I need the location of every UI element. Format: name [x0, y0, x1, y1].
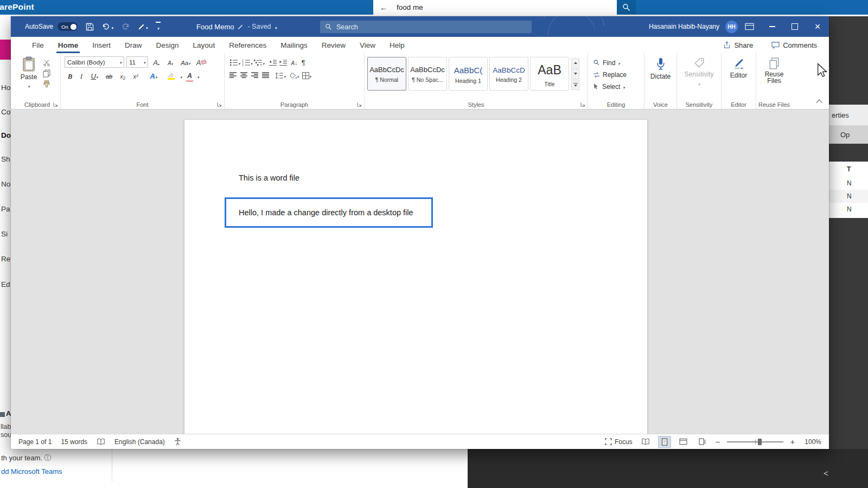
file-list-row[interactable]: N: [829, 203, 868, 216]
subscript-button[interactable]: [117, 70, 129, 81]
replace-button[interactable]: Replace: [593, 69, 641, 80]
file-list-row[interactable]: N: [829, 190, 868, 203]
bullets-button[interactable]: [229, 58, 240, 67]
tab-view[interactable]: View: [353, 37, 382, 53]
clipboard-dialog-launcher[interactable]: [53, 102, 59, 107]
document-title[interactable]: Food Memo - Saved: [196, 22, 277, 31]
open-panel-fragment[interactable]: Op: [829, 125, 868, 144]
font-name-select[interactable]: Calibri (Body): [65, 56, 124, 68]
dictate-button[interactable]: Dictate: [647, 55, 674, 80]
grow-font-button[interactable]: [150, 57, 162, 68]
sp-nav-recycle[interactable]: Re: [1, 255, 11, 263]
collapse-chevron-left[interactable]: <: [824, 468, 828, 478]
shading-button[interactable]: [289, 71, 299, 80]
qat-customize-button[interactable]: [156, 22, 161, 31]
comments-button[interactable]: Comments: [771, 41, 817, 49]
zoom-in-button[interactable]: +: [790, 438, 795, 446]
redo-button[interactable]: [122, 23, 130, 30]
sp-nav-pages[interactable]: Pa: [1, 205, 11, 213]
word-search-box[interactable]: Search: [320, 21, 532, 33]
tab-draw[interactable]: Draw: [118, 37, 149, 53]
decrease-indent-button[interactable]: [269, 59, 277, 66]
font-size-select[interactable]: 11: [126, 56, 148, 68]
undo-button[interactable]: [102, 22, 113, 31]
sp-nav-documents[interactable]: Do: [1, 131, 11, 139]
zoom-level[interactable]: 100%: [802, 438, 821, 446]
style-normal[interactable]: AaBbCcDc ¶ Normal: [367, 57, 406, 91]
highlight-button[interactable]: [163, 70, 179, 81]
close-button[interactable]: [806, 16, 829, 37]
style-heading-2[interactable]: AaBbCcD Heading 2: [489, 57, 528, 91]
print-layout-button[interactable]: [659, 436, 671, 447]
font-color-button[interactable]: [183, 70, 196, 81]
sort-button[interactable]: [291, 57, 298, 67]
back-arrow-icon[interactable]: [380, 3, 388, 12]
selected-text-box[interactable]: Hello, I made a change directly from a d…: [225, 197, 433, 228]
collapse-ribbon-button[interactable]: [816, 99, 822, 105]
avatar[interactable]: HH: [725, 21, 738, 33]
tab-mailings[interactable]: Mailings: [273, 37, 315, 53]
font-dialog-launcher[interactable]: [217, 102, 222, 107]
save-button[interactable]: [86, 23, 94, 31]
tab-layout[interactable]: Layout: [186, 37, 222, 53]
sp-nav-edit[interactable]: Ed: [1, 280, 11, 288]
focus-button[interactable]: Focus: [605, 438, 633, 446]
sp-nav-shared[interactable]: Sh: [1, 155, 11, 163]
copy-button[interactable]: [43, 69, 50, 78]
sp-nav-site-contents[interactable]: Si: [1, 230, 11, 238]
word-count[interactable]: 15 words: [61, 438, 87, 446]
saved-status[interactable]: - Saved: [247, 23, 271, 30]
reuse-files-button[interactable]: Reuse Files: [759, 55, 789, 85]
file-list-row[interactable]: N: [829, 177, 868, 190]
select-button[interactable]: Select: [593, 81, 641, 92]
numbering-button[interactable]: 1 2 3: [242, 58, 253, 67]
tab-file[interactable]: File: [25, 37, 51, 53]
document-page[interactable]: This is a word file Hello, I made a chan…: [184, 120, 647, 434]
styles-scroll-up-button[interactable]: [571, 58, 579, 68]
text-effects-button[interactable]: [145, 70, 162, 81]
change-case-button[interactable]: [178, 57, 193, 68]
tab-home[interactable]: Home: [51, 37, 86, 53]
cut-button[interactable]: [43, 59, 50, 67]
superscript-button[interactable]: [130, 70, 142, 81]
autosave-toggle[interactable]: On: [58, 22, 78, 31]
tab-insert[interactable]: Insert: [85, 37, 118, 53]
tab-help[interactable]: Help: [382, 37, 412, 53]
sp-nav-notebook[interactable]: No: [1, 180, 11, 188]
ribbon-display-options-button[interactable]: [745, 23, 754, 30]
maximize-button[interactable]: [783, 16, 806, 37]
vertical-page-button[interactable]: [697, 436, 709, 447]
style-heading-1[interactable]: AaBbC( Heading 1: [449, 57, 488, 91]
borders-button[interactable]: [302, 71, 311, 80]
minimize-button[interactable]: [761, 16, 783, 37]
zoom-out-button[interactable]: −: [716, 438, 720, 446]
read-mode-button[interactable]: [640, 436, 652, 447]
sp-nav-home[interactable]: Ho: [1, 84, 11, 92]
paragraph-dialog-launcher[interactable]: [357, 102, 362, 107]
add-microsoft-teams-link[interactable]: dd Microsoft Teams: [1, 467, 62, 476]
proofing-button[interactable]: [97, 438, 105, 445]
share-button[interactable]: Share: [723, 41, 753, 49]
find-button[interactable]: Find: [593, 57, 641, 68]
tab-design[interactable]: Design: [149, 37, 186, 53]
language-indicator[interactable]: English (Canada): [114, 438, 165, 446]
sp-nav-conversations[interactable]: Co: [1, 108, 11, 116]
strikethrough-button[interactable]: [103, 70, 116, 81]
tab-review[interactable]: Review: [315, 37, 353, 53]
sharepoint-logo[interactable]: SharePoint: [0, 2, 34, 12]
justify-button[interactable]: [262, 72, 270, 79]
align-center-button[interactable]: [240, 72, 248, 79]
sharepoint-search-field[interactable]: food me: [373, 0, 617, 15]
page-indicator[interactable]: Page 1 of 1: [18, 438, 52, 446]
clear-formatting-button[interactable]: [195, 57, 208, 68]
underline-button[interactable]: [87, 70, 101, 81]
style-no-spacing[interactable]: AaBbCcDc ¶ No Spac...: [408, 57, 447, 91]
increase-indent-button[interactable]: [279, 59, 288, 66]
zoom-slider[interactable]: [727, 438, 783, 446]
sensitivity-button[interactable]: Sensitivity: [680, 55, 718, 87]
italic-button[interactable]: [76, 70, 86, 81]
sharepoint-search-button[interactable]: [617, 0, 636, 15]
styles-more-button[interactable]: [571, 80, 579, 90]
show-formatting-button[interactable]: [301, 57, 305, 67]
align-right-button[interactable]: [251, 72, 259, 79]
